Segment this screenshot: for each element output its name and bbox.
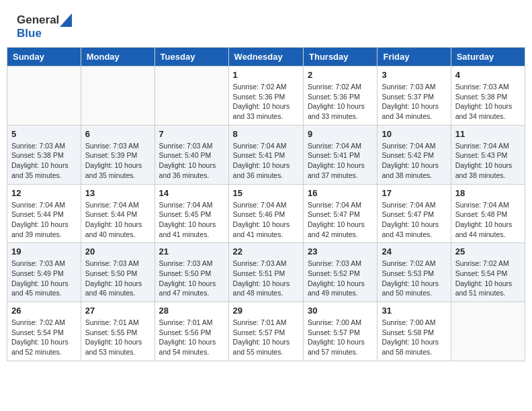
day-number: 14 bbox=[159, 188, 224, 198]
day-info: Sunrise: 7:03 AM Sunset: 5:50 PM Dayligh… bbox=[159, 259, 224, 298]
day-number: 8 bbox=[233, 129, 299, 139]
day-info: Sunrise: 7:03 AM Sunset: 5:52 PM Dayligh… bbox=[308, 259, 373, 298]
calendar-day-cell: 10Sunrise: 7:04 AM Sunset: 5:42 PM Dayli… bbox=[378, 125, 451, 184]
day-number: 9 bbox=[308, 129, 373, 139]
day-info: Sunrise: 7:04 AM Sunset: 5:42 PM Dayligh… bbox=[382, 141, 446, 181]
day-info: Sunrise: 7:04 AM Sunset: 5:47 PM Dayligh… bbox=[382, 200, 446, 240]
day-info: Sunrise: 7:01 AM Sunset: 5:55 PM Dayligh… bbox=[85, 318, 150, 357]
day-number: 10 bbox=[382, 129, 446, 139]
day-info: Sunrise: 7:04 AM Sunset: 5:43 PM Dayligh… bbox=[455, 141, 521, 181]
calendar-day-cell: 30Sunrise: 7:00 AM Sunset: 5:57 PM Dayli… bbox=[304, 302, 378, 361]
calendar-day-cell: 19Sunrise: 7:03 AM Sunset: 5:49 PM Dayli… bbox=[7, 243, 81, 302]
day-number: 4 bbox=[455, 70, 521, 80]
calendar-day-cell: 13Sunrise: 7:04 AM Sunset: 5:44 PM Dayli… bbox=[81, 184, 154, 243]
day-info: Sunrise: 7:00 AM Sunset: 5:58 PM Dayligh… bbox=[382, 318, 446, 357]
day-info: Sunrise: 7:00 AM Sunset: 5:57 PM Dayligh… bbox=[308, 318, 373, 357]
day-header-thursday: Thursday bbox=[304, 48, 378, 66]
calendar-day-cell: 8Sunrise: 7:04 AM Sunset: 5:41 PM Daylig… bbox=[228, 125, 303, 184]
calendar-week-row: 19Sunrise: 7:03 AM Sunset: 5:49 PM Dayli… bbox=[7, 243, 525, 302]
day-info: Sunrise: 7:03 AM Sunset: 5:39 PM Dayligh… bbox=[85, 141, 150, 181]
calendar-table: SundayMondayTuesdayWednesdayThursdayFrid… bbox=[7, 47, 525, 361]
day-number: 29 bbox=[233, 306, 299, 316]
day-number: 6 bbox=[85, 129, 150, 139]
calendar-week-row: 1Sunrise: 7:02 AM Sunset: 5:36 PM Daylig… bbox=[7, 66, 525, 126]
page-header: General Blue bbox=[7, 7, 525, 44]
logo-blue-text: Blue bbox=[17, 27, 72, 40]
calendar-day-cell: 15Sunrise: 7:04 AM Sunset: 5:46 PM Dayli… bbox=[228, 184, 303, 243]
calendar-day-cell: 29Sunrise: 7:01 AM Sunset: 5:57 PM Dayli… bbox=[228, 302, 303, 361]
day-number: 30 bbox=[308, 306, 373, 316]
day-info: Sunrise: 7:01 AM Sunset: 5:57 PM Dayligh… bbox=[233, 318, 299, 357]
calendar-day-cell bbox=[451, 302, 525, 361]
calendar-day-cell: 14Sunrise: 7:04 AM Sunset: 5:45 PM Dayli… bbox=[154, 184, 228, 243]
day-number: 27 bbox=[85, 306, 150, 316]
logo-general-text: General bbox=[17, 13, 59, 27]
day-header-friday: Friday bbox=[378, 48, 451, 66]
logo-text: General Blue bbox=[17, 13, 72, 40]
day-info: Sunrise: 7:04 AM Sunset: 5:44 PM Dayligh… bbox=[85, 200, 150, 240]
calendar-day-cell: 16Sunrise: 7:04 AM Sunset: 5:47 PM Dayli… bbox=[304, 184, 378, 243]
day-info: Sunrise: 7:04 AM Sunset: 5:45 PM Dayligh… bbox=[159, 200, 224, 240]
calendar-week-row: 26Sunrise: 7:02 AM Sunset: 5:54 PM Dayli… bbox=[7, 302, 525, 361]
day-number: 11 bbox=[455, 129, 521, 139]
calendar-header-row: SundayMondayTuesdayWednesdayThursdayFrid… bbox=[7, 48, 525, 66]
day-info: Sunrise: 7:03 AM Sunset: 5:50 PM Dayligh… bbox=[85, 259, 150, 298]
day-number: 24 bbox=[382, 246, 446, 257]
calendar-day-cell: 24Sunrise: 7:02 AM Sunset: 5:53 PM Dayli… bbox=[378, 243, 451, 302]
svg-marker-0 bbox=[60, 13, 72, 27]
day-number: 21 bbox=[159, 246, 224, 257]
day-header-wednesday: Wednesday bbox=[228, 48, 303, 66]
day-info: Sunrise: 7:02 AM Sunset: 5:53 PM Dayligh… bbox=[382, 259, 446, 298]
calendar-day-cell bbox=[154, 66, 228, 126]
day-number: 1 bbox=[233, 70, 299, 80]
calendar-day-cell: 9Sunrise: 7:04 AM Sunset: 5:41 PM Daylig… bbox=[304, 125, 378, 184]
calendar-day-cell: 17Sunrise: 7:04 AM Sunset: 5:47 PM Dayli… bbox=[378, 184, 451, 243]
day-number: 3 bbox=[382, 70, 446, 80]
day-info: Sunrise: 7:02 AM Sunset: 5:54 PM Dayligh… bbox=[455, 259, 521, 298]
calendar-day-cell: 25Sunrise: 7:02 AM Sunset: 5:54 PM Dayli… bbox=[451, 243, 525, 302]
day-number: 31 bbox=[382, 306, 446, 316]
day-header-monday: Monday bbox=[81, 48, 154, 66]
calendar-day-cell: 4Sunrise: 7:03 AM Sunset: 5:38 PM Daylig… bbox=[451, 66, 525, 126]
calendar-day-cell: 12Sunrise: 7:04 AM Sunset: 5:44 PM Dayli… bbox=[7, 184, 81, 243]
calendar-day-cell: 3Sunrise: 7:03 AM Sunset: 5:37 PM Daylig… bbox=[378, 66, 451, 126]
day-info: Sunrise: 7:04 AM Sunset: 5:41 PM Dayligh… bbox=[233, 141, 299, 181]
calendar-day-cell bbox=[7, 66, 81, 126]
calendar-day-cell: 2Sunrise: 7:02 AM Sunset: 5:36 PM Daylig… bbox=[304, 66, 378, 126]
day-number: 20 bbox=[85, 246, 150, 257]
logo-icon bbox=[60, 13, 72, 27]
day-header-tuesday: Tuesday bbox=[154, 48, 228, 66]
day-header-sunday: Sunday bbox=[7, 48, 81, 66]
calendar-day-cell: 11Sunrise: 7:04 AM Sunset: 5:43 PM Dayli… bbox=[451, 125, 525, 184]
day-number: 2 bbox=[308, 70, 373, 80]
day-number: 23 bbox=[308, 246, 373, 257]
day-info: Sunrise: 7:04 AM Sunset: 5:48 PM Dayligh… bbox=[455, 200, 521, 240]
day-number: 25 bbox=[455, 246, 521, 257]
day-number: 19 bbox=[11, 246, 77, 257]
calendar-day-cell: 5Sunrise: 7:03 AM Sunset: 5:38 PM Daylig… bbox=[7, 125, 81, 184]
day-number: 26 bbox=[11, 306, 77, 316]
calendar-day-cell: 20Sunrise: 7:03 AM Sunset: 5:50 PM Dayli… bbox=[81, 243, 154, 302]
day-number: 12 bbox=[11, 188, 77, 198]
logo: General Blue bbox=[17, 13, 72, 40]
day-info: Sunrise: 7:02 AM Sunset: 5:36 PM Dayligh… bbox=[233, 82, 299, 122]
calendar-day-cell: 27Sunrise: 7:01 AM Sunset: 5:55 PM Dayli… bbox=[81, 302, 154, 361]
day-info: Sunrise: 7:03 AM Sunset: 5:40 PM Dayligh… bbox=[159, 141, 224, 181]
day-number: 7 bbox=[159, 129, 224, 139]
day-info: Sunrise: 7:03 AM Sunset: 5:37 PM Dayligh… bbox=[382, 82, 446, 122]
calendar-day-cell bbox=[81, 66, 154, 126]
calendar-day-cell: 21Sunrise: 7:03 AM Sunset: 5:50 PM Dayli… bbox=[154, 243, 228, 302]
calendar-day-cell: 23Sunrise: 7:03 AM Sunset: 5:52 PM Dayli… bbox=[304, 243, 378, 302]
calendar-day-cell: 22Sunrise: 7:03 AM Sunset: 5:51 PM Dayli… bbox=[228, 243, 303, 302]
day-info: Sunrise: 7:01 AM Sunset: 5:56 PM Dayligh… bbox=[159, 318, 224, 357]
day-number: 22 bbox=[233, 246, 299, 257]
day-info: Sunrise: 7:04 AM Sunset: 5:41 PM Dayligh… bbox=[308, 141, 373, 181]
calendar-day-cell: 26Sunrise: 7:02 AM Sunset: 5:54 PM Dayli… bbox=[7, 302, 81, 361]
calendar-day-cell: 1Sunrise: 7:02 AM Sunset: 5:36 PM Daylig… bbox=[228, 66, 303, 126]
day-info: Sunrise: 7:04 AM Sunset: 5:44 PM Dayligh… bbox=[11, 200, 77, 240]
day-info: Sunrise: 7:04 AM Sunset: 5:47 PM Dayligh… bbox=[308, 200, 373, 240]
calendar-week-row: 5Sunrise: 7:03 AM Sunset: 5:38 PM Daylig… bbox=[7, 125, 525, 184]
calendar-day-cell: 18Sunrise: 7:04 AM Sunset: 5:48 PM Dayli… bbox=[451, 184, 525, 243]
calendar-day-cell: 7Sunrise: 7:03 AM Sunset: 5:40 PM Daylig… bbox=[154, 125, 228, 184]
calendar-day-cell: 31Sunrise: 7:00 AM Sunset: 5:58 PM Dayli… bbox=[378, 302, 451, 361]
